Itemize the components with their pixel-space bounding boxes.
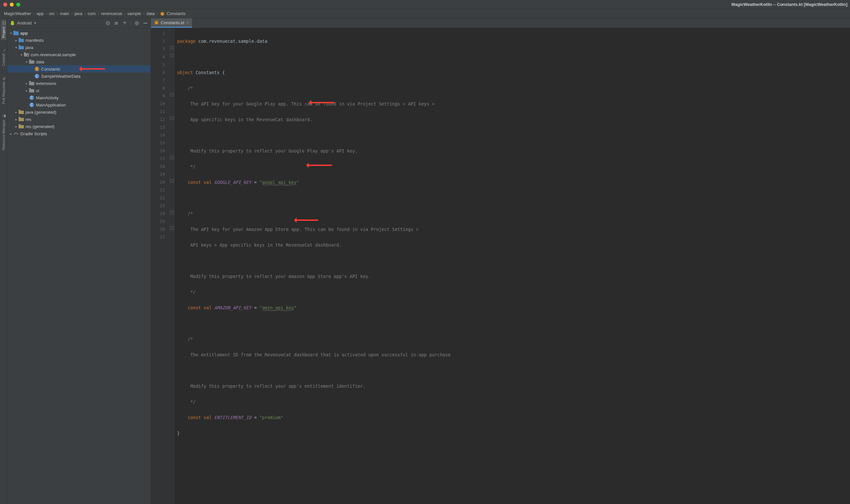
line-number: 15	[151, 139, 169, 147]
chevron-right-icon: ›	[157, 11, 158, 16]
editor-tab-constants[interactable]: C Constants.kt ×	[151, 18, 192, 28]
breadcrumb-item[interactable]: MagicWeather	[4, 11, 31, 16]
line-number: 22	[151, 194, 169, 202]
project-view-mode[interactable]: Android	[17, 21, 32, 25]
hide-panel-icon[interactable]	[143, 21, 148, 26]
fold-region-icon[interactable]: −	[170, 211, 174, 214]
fold-region-icon[interactable]: −	[170, 116, 174, 120]
chevron-right-icon: ▸	[24, 89, 29, 92]
collapse-all-icon[interactable]	[122, 21, 127, 26]
tree-node-res[interactable]: ▸ res	[7, 115, 150, 123]
chevron-right-icon: ›	[98, 11, 99, 16]
breadcrumb-item[interactable]: main	[60, 11, 69, 16]
fold-region-icon[interactable]: −	[170, 54, 174, 57]
fold-region-icon[interactable]: −	[170, 227, 174, 230]
line-number: 1	[151, 30, 169, 37]
tree-node-main-activity[interactable]: C MainActivity	[7, 94, 150, 101]
zoom-window-button[interactable]	[16, 3, 20, 6]
chevron-right-icon: ›	[33, 11, 35, 16]
tree-label: SampleWeatherData	[41, 74, 80, 79]
close-window-button[interactable]	[3, 3, 7, 6]
tree-node-package[interactable]: ▾ com.revenuecat.sample	[7, 51, 150, 58]
gear-icon[interactable]	[134, 21, 140, 26]
line-number: 2	[151, 37, 169, 45]
line-number: 6	[151, 69, 169, 76]
breadcrumb-item[interactable]: app	[37, 11, 44, 16]
close-tab-icon[interactable]: ×	[186, 20, 189, 25]
fold-region-icon[interactable]: −	[170, 46, 174, 49]
project-tree: ▾ app ▸ manifests ▾ java ▾	[7, 28, 150, 504]
resource-folder-icon	[18, 116, 24, 122]
pull-request-icon: ⇆	[2, 76, 5, 80]
project-panel: Android ▼ ▾ app ▸	[7, 18, 151, 504]
breadcrumb-item[interactable]: src	[49, 11, 55, 16]
breadcrumb-item[interactable]: com	[88, 11, 96, 16]
breadcrumb-item[interactable]: data	[146, 11, 155, 16]
breadcrumb-item[interactable]: java	[74, 11, 82, 16]
tree-node-res-generated[interactable]: ▸ res (generated)	[7, 123, 150, 130]
kotlin-class-icon: C	[29, 102, 35, 107]
line-number: 14	[151, 131, 169, 139]
fold-region-icon[interactable]: −	[170, 93, 174, 96]
svg-rect-32	[19, 125, 24, 128]
tree-node-data[interactable]: ▾ data	[7, 58, 150, 65]
svg-text:C: C	[36, 74, 38, 78]
kotlin-file-icon: C	[154, 20, 159, 25]
breadcrumb-item[interactable]: sample	[127, 11, 141, 16]
tree-node-constants[interactable]: C Constants	[7, 65, 150, 73]
tree-node-sample-weather[interactable]: C SampleWeatherData	[7, 73, 150, 80]
code-text[interactable]: package com.revenuecat.sample.data objec…	[175, 28, 850, 504]
tree-label: data	[36, 59, 44, 64]
minimize-window-button[interactable]	[10, 3, 14, 6]
chevron-down-icon[interactable]: ▼	[34, 21, 37, 25]
android-icon	[10, 21, 15, 26]
tree-node-manifests[interactable]: ▸ manifests	[7, 37, 150, 44]
svg-rect-6	[13, 31, 15, 32]
expand-all-icon[interactable]	[114, 21, 119, 26]
svg-point-13	[27, 55, 29, 56]
window-titlebar: MagicWeatherKotlin – Constants.kt [Magic…	[0, 0, 850, 9]
fold-region-icon[interactable]: −	[170, 156, 174, 159]
svg-rect-12	[24, 52, 26, 53]
kotlin-class-icon: C	[29, 95, 35, 100]
locate-icon[interactable]	[105, 21, 110, 26]
tree-node-main-application[interactable]: C MainApplication	[7, 101, 150, 108]
line-number: 8	[151, 84, 169, 92]
chevron-right-icon: ▸	[14, 118, 18, 121]
tree-node-java-generated[interactable]: ▸ java (generated)	[7, 108, 150, 115]
tree-label: Gradle Scripts	[20, 131, 47, 136]
line-number: 24	[151, 210, 169, 218]
project-tool-tab[interactable]: Project ▢	[1, 20, 6, 40]
breadcrumb-item[interactable]: revenuecat	[101, 11, 122, 16]
package-icon	[29, 59, 35, 64]
tree-node-gradle[interactable]: ▸ Gradle Scripts	[7, 130, 150, 137]
resource-manager-tool-tab[interactable]: Resource Manager ◧	[1, 112, 6, 152]
line-number: 26	[151, 226, 169, 233]
line-number: 13	[151, 124, 169, 131]
svg-rect-33	[19, 124, 21, 125]
tree-node-extensions[interactable]: ▸ extensions	[7, 80, 150, 87]
svg-rect-29	[19, 110, 21, 111]
tree-node-app[interactable]: ▾ app	[7, 30, 150, 37]
editor-area: C Constants.kt × 1 2 3 4 5 6 7 8 9 10 11…	[151, 18, 850, 504]
folder-icon: ▢	[2, 21, 5, 25]
fold-gutter: − − − − − − − −	[170, 28, 175, 504]
editor-body[interactable]: 1 2 3 4 5 6 7 8 9 10 11 12 13 14 15 16 1…	[151, 28, 850, 504]
breadcrumb-item[interactable]: C Constants	[160, 11, 186, 16]
tree-node-java[interactable]: ▾ java	[7, 44, 150, 51]
fold-region-icon[interactable]: −	[170, 179, 174, 183]
chevron-right-icon: ›	[84, 11, 86, 16]
line-number: 7	[151, 76, 169, 84]
package-icon	[29, 81, 35, 86]
resource-folder-icon	[18, 124, 24, 129]
svg-text:C: C	[36, 67, 38, 71]
divider	[131, 21, 131, 26]
line-number: 3	[151, 45, 169, 53]
tree-node-ui[interactable]: ▸ ui	[7, 87, 150, 94]
pull-requests-tool-tab[interactable]: Pull Requests ⇆	[1, 74, 6, 106]
commit-icon: ✓	[2, 48, 5, 52]
commit-tool-tab[interactable]: Commit ✓	[1, 47, 6, 68]
line-number: 4	[151, 53, 169, 61]
svg-rect-5	[13, 31, 19, 35]
svg-text:C: C	[30, 96, 33, 100]
